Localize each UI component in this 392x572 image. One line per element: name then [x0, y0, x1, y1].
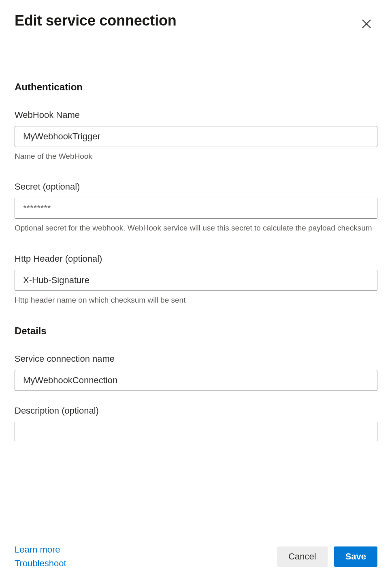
troubleshoot-link[interactable]: Troubleshoot — [15, 558, 66, 569]
webhook-name-input[interactable] — [15, 126, 377, 147]
details-section: Details Service connection name Descript… — [15, 325, 377, 441]
panel-content: Authentication WebHook Name Name of the … — [15, 81, 377, 572]
service-connection-name-input[interactable] — [15, 370, 377, 391]
secret-input[interactable] — [15, 198, 377, 219]
close-icon — [360, 18, 373, 30]
http-header-group: Http Header (optional) Http header name … — [15, 254, 377, 306]
edit-service-connection-panel: Edit service connection Authentication W… — [0, 0, 392, 572]
panel-header: Edit service connection — [15, 12, 377, 33]
service-connection-name-group: Service connection name — [15, 354, 377, 391]
panel-footer: Learn more Troubleshoot Cancel Save — [0, 537, 392, 572]
footer-links: Learn more Troubleshoot — [15, 544, 66, 569]
learn-more-link[interactable]: Learn more — [15, 544, 66, 555]
footer-buttons: Cancel Save — [277, 546, 377, 567]
save-button[interactable]: Save — [334, 546, 377, 567]
close-button[interactable] — [359, 16, 374, 33]
description-group: Description (optional) — [15, 406, 377, 441]
authentication-heading: Authentication — [15, 81, 377, 93]
description-label: Description (optional) — [15, 406, 377, 416]
secret-label: Secret (optional) — [15, 181, 377, 192]
http-header-input[interactable] — [15, 270, 377, 291]
secret-help: Optional secret for the webhook. WebHook… — [15, 222, 377, 234]
webhook-name-label: WebHook Name — [15, 110, 377, 120]
service-connection-name-label: Service connection name — [15, 354, 377, 364]
http-header-help: Http header name on which checksum will … — [15, 294, 377, 306]
panel-title: Edit service connection — [15, 12, 177, 29]
authentication-section: Authentication WebHook Name Name of the … — [15, 81, 377, 306]
webhook-name-group: WebHook Name Name of the WebHook — [15, 110, 377, 162]
description-input[interactable] — [15, 422, 377, 441]
webhook-name-help: Name of the WebHook — [15, 150, 377, 162]
details-heading: Details — [15, 325, 377, 337]
secret-group: Secret (optional) Optional secret for th… — [15, 181, 377, 234]
http-header-label: Http Header (optional) — [15, 254, 377, 264]
cancel-button[interactable]: Cancel — [277, 546, 327, 567]
